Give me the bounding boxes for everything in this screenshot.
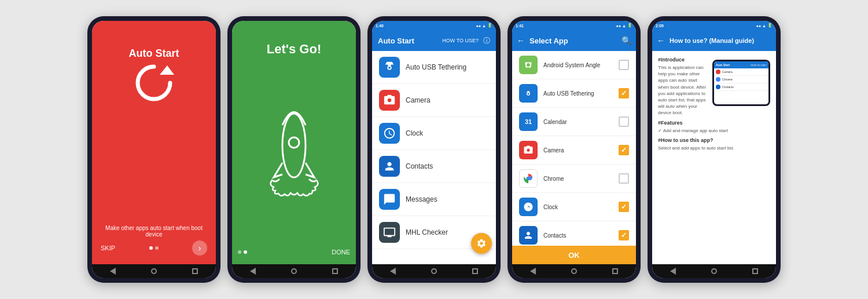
dots-container [149,246,159,250]
back-nav5-icon[interactable] [670,268,676,275]
recents-nav5-icon[interactable] [752,268,758,274]
phone3-nav-bar [372,264,496,278]
howto-title: How to use? (Manual guide) [670,37,771,44]
home-nav5-icon[interactable] [711,268,717,274]
search-icon[interactable]: 🔍 [621,36,631,45]
phone5-app-bar: ← How to use? (Manual guide) [652,30,776,51]
rocket-container [259,57,329,246]
app-name: Auto USB Tethering [543,90,613,97]
list-item[interactable]: 31 Calendar [512,108,636,136]
phone4-status-bar: 1:41 ●● ▲ 🔋 [512,21,636,30]
list-item[interactable]: Clock ✓ [512,193,636,221]
phone5-nav-bar [652,264,776,278]
phone1-subtitle: Make other apps auto start when boot dev… [101,225,207,238]
phone3-status-bar: 1:40 ●● ▲ 🔋 [372,21,496,30]
info-icon[interactable]: ⓘ [483,36,490,46]
back-nav3-icon[interactable] [390,268,396,275]
app-name: Auto USB Tethering [406,63,489,71]
phone4: 1:41 ●● ▲ 🔋 ← Select App 🔍 [507,16,641,283]
recents-nav2-icon[interactable] [332,268,338,274]
home-nav-icon[interactable] [151,268,157,274]
lets-go-title: Let's Go! [267,42,321,57]
home-nav4-icon[interactable] [571,268,577,274]
section-features-title: #Features [658,120,770,126]
list-item[interactable]: Camera [372,84,496,117]
recents-nav4-icon[interactable] [612,268,618,274]
list-item[interactable]: Android System Angle [512,51,636,79]
phone4-nav-bar [512,264,636,278]
app-icon [519,169,538,188]
select-app-title: Select App [529,37,617,45]
recents-nav-icon[interactable] [192,268,198,274]
phone2-bottom: DONE [238,246,350,258]
phone1-nav-bar [92,264,216,278]
ok-button[interactable]: OK [512,246,636,264]
back-arrow5-icon[interactable]: ← [657,36,665,45]
list-item[interactable]: Contacts [372,150,496,183]
list-item[interactable]: Contacts ✓ [512,221,636,246]
list-item[interactable]: Camera ✓ [512,136,636,165]
list-item[interactable]: Messages [372,183,496,216]
checkbox-checked[interactable]: ✓ [619,202,629,212]
home-nav2-icon[interactable] [291,268,297,274]
phone3-app-list: Auto USB Tethering Camera Cl [372,51,496,264]
rocket-icon [259,93,329,209]
back-nav-icon[interactable] [110,268,116,275]
list-item[interactable]: Auto USB Tethering [372,51,496,84]
checkbox[interactable] [619,116,629,127]
app-icon [519,226,538,245]
list-item[interactable]: Chrome [512,165,636,193]
checkbox-checked[interactable]: ✓ [619,230,629,240]
svg-marker-0 [160,65,174,75]
phone1-screen: Auto Start Make other apps auto start wh… [92,30,216,264]
app-icon [379,123,400,144]
checkbox-checked[interactable]: ✓ [619,145,629,155]
app-name: Camera [543,147,613,154]
next-button[interactable]: › [192,240,207,256]
dot2-1 [238,250,241,254]
phone5-status-bar: 2:09 ●● ▲ 🔋 [652,21,776,30]
dot-2 [155,246,159,250]
fab-button[interactable] [471,233,492,254]
mini-list-item: Contacts [714,83,768,91]
app-icon: 31 [519,112,538,131]
mini-list-item: Chrome [714,76,768,83]
checkbox[interactable] [619,60,629,70]
skip-button[interactable]: SKIP [101,245,115,251]
list-item[interactable]: Auto USB Tethering ✓ [512,79,636,108]
section-howto-text: Select and add apps to auto start list. [658,145,770,151]
howto-content: Auto Start HOW TO USE? Camera Chrome [652,51,776,264]
app-name: Clock [406,129,489,137]
checkbox-checked[interactable]: ✓ [619,88,629,99]
mini-app-bar: Auto Start HOW TO USE? [714,61,768,68]
phone3-bar-title: Auto Start [378,37,414,45]
recents-nav3-icon[interactable] [472,268,478,274]
back-nav2-icon[interactable] [250,268,256,275]
phone3-time: 1:40 [376,24,384,28]
phone4-app-bar: ← Select App 🔍 [512,30,636,51]
mini-phone: Auto Start HOW TO USE? Camera Chrome [712,60,770,106]
app-name: Clock [543,204,613,210]
home-nav3-icon[interactable] [431,268,437,274]
phone5-wrapper: 2:09 ●● ▲ 🔋 ← How to use? (Manual guide) [648,16,781,283]
checkbox[interactable] [619,173,629,184]
app-icon [379,156,400,177]
app-icon [519,84,538,103]
back-arrow-icon[interactable]: ← [517,36,525,45]
how-to-use-button[interactable]: HOW TO USE? [442,38,479,43]
app-icon [379,90,400,111]
app-icon [519,198,538,216]
app-name: Messages [406,195,489,203]
list-item[interactable]: Clock [372,117,496,150]
app-icon [519,141,538,159]
section-features-text: ✓ Add and manage app auto start [658,127,770,134]
app-icon [379,222,400,243]
phone1-wrapper: Auto Start Make other apps auto start wh… [87,16,220,283]
phone1: Auto Start Make other apps auto start wh… [87,16,220,283]
done-button[interactable]: DONE [332,249,350,256]
mini-list-item: Camera [714,68,768,76]
phones-container: Auto Start Make other apps auto start wh… [76,10,792,289]
phone4-status-icons: ●● ▲ 🔋 [616,23,632,28]
back-nav4-icon[interactable] [530,268,536,275]
phone2: Let's Go! [227,16,361,283]
